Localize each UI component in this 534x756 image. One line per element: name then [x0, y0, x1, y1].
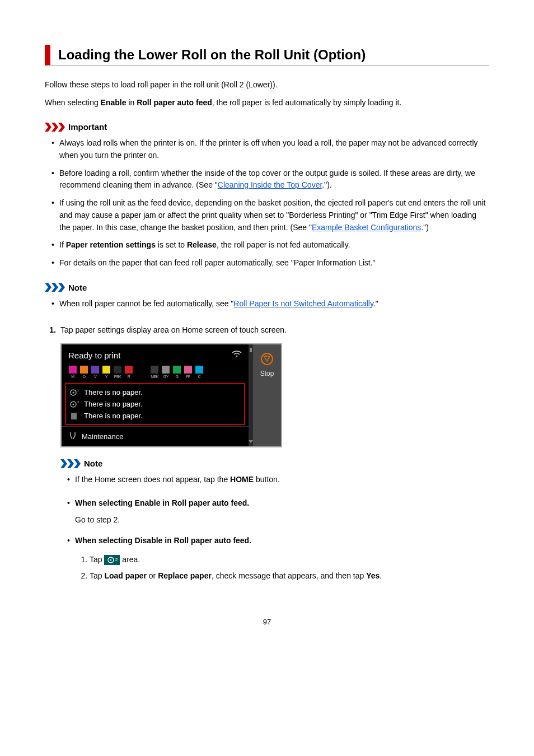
svg-point-11 — [110, 559, 111, 561]
step-1: 1. Tap paper settings display area on Ho… — [45, 325, 489, 334]
important-item-5: For details on the paper that can feed r… — [51, 257, 489, 269]
note-list: When roll paper cannot be fed automatica… — [45, 298, 489, 310]
note-heading-2: Note — [60, 459, 489, 468]
roll-1-icon: 1 — [69, 389, 79, 396]
sub-disable-steps: Tap 2 area. Tap Load paper or Replace pa… — [75, 552, 489, 584]
important-item-1: Always load rolls when the printer is on… — [51, 137, 489, 161]
svg-marker-9 — [264, 356, 270, 361]
roll-2-inline-icon: 2 — [104, 555, 120, 565]
link-cleaning-top-cover[interactable]: Cleaning Inside the Top Cover — [218, 180, 322, 189]
sub-d-step-1: Tap 2 area. — [90, 552, 489, 568]
touch-screen: Ready to print MOVYPBKR MBKGYGFPC 1 Ther… — [60, 343, 282, 447]
note-label: Note — [68, 283, 87, 292]
svg-point-0 — [236, 356, 238, 357]
important-icon — [45, 123, 65, 132]
link-roll-not-switched[interactable]: Roll Paper Is not Switched Automatically — [233, 299, 373, 308]
svg-text:2: 2 — [77, 400, 79, 404]
scroll-down-icon — [249, 440, 253, 443]
maintenance-icon — [68, 431, 77, 442]
ui-stop-button[interactable]: Stop — [253, 344, 281, 446]
note-heading: Note — [45, 283, 489, 292]
svg-rect-7 — [71, 413, 77, 419]
sub-disable: When selecting Disable in Roll paper aut… — [67, 535, 489, 584]
page-title-wrap: Loading the Lower Roll on the Roll Unit … — [45, 45, 489, 66]
important-item-3: If using the roll unit as the feed devic… — [51, 197, 489, 234]
note-icon-2 — [60, 459, 81, 468]
ui-stop-label: Stop — [260, 370, 274, 377]
sheet-icon — [69, 412, 79, 420]
svg-text:1: 1 — [77, 389, 79, 392]
sub-d-step-2: Tap Load paper or Replace paper, check m… — [90, 568, 489, 584]
svg-point-8 — [261, 353, 273, 365]
roll-2-icon: 2 — [69, 400, 79, 408]
stop-icon — [260, 352, 274, 367]
important-heading: Important — [45, 122, 489, 132]
intro-line-2: When selecting Enable in Roll paper auto… — [45, 97, 489, 109]
important-item-4: If Paper retention settings is set to Re… — [51, 239, 489, 251]
ui-paper-area[interactable]: 1 There is no paper. 2 There is no paper… — [65, 383, 245, 425]
step-1-text: Tap paper settings display area on Home … — [60, 325, 489, 334]
note-item-1: When roll paper cannot be fed automatica… — [51, 298, 489, 310]
note2-item: If the Home screen does not appear, tap … — [67, 474, 489, 486]
ui-sheet[interactable]: There is no paper. — [69, 410, 241, 422]
svg-point-5 — [73, 403, 74, 405]
page-title: Loading the Lower Roll on the Roll Unit … — [58, 47, 489, 63]
step-1-number: 1. — [45, 325, 56, 334]
ui-ink-row: MOVYPBKR MBKGYGFPC — [62, 363, 249, 382]
ui-roll-1[interactable]: 1 There is no paper. — [69, 386, 241, 398]
intro-line-1: Follow these steps to load roll paper in… — [45, 79, 489, 91]
sub-options: When selecting Enable in Roll paper auto… — [60, 497, 489, 584]
sub-enable: When selecting Enable in Roll paper auto… — [67, 497, 489, 526]
note-icon — [45, 283, 65, 292]
svg-point-2 — [73, 391, 74, 393]
important-list: Always load rolls when the printer is on… — [45, 137, 489, 269]
link-basket-config[interactable]: Example Basket Configurations — [312, 223, 421, 232]
ui-status: Ready to print — [68, 351, 120, 360]
ui-scrollbar[interactable] — [249, 344, 253, 446]
page-number: 97 — [45, 618, 489, 626]
important-label: Important — [68, 122, 107, 132]
note-list-2: If the Home screen does not appear, tap … — [60, 474, 489, 486]
important-item-2: Before loading a roll, confirm whether t… — [51, 167, 489, 192]
wifi-icon — [232, 350, 242, 360]
ui-maintenance[interactable]: Maintenance — [62, 426, 249, 446]
ui-roll-2[interactable]: 2 There is no paper. — [69, 398, 241, 410]
